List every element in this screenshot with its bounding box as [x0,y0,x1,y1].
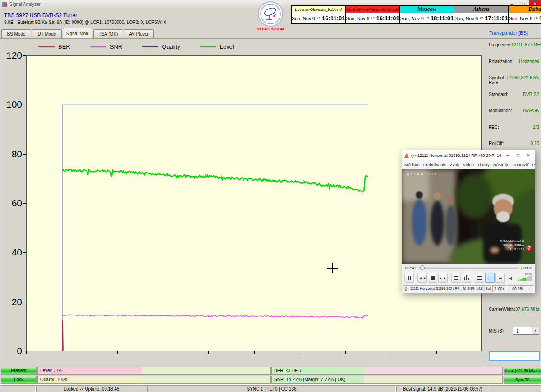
vlc-status-text: () - 12111 Horizontal 31396,922 / RF: -4… [403,285,491,292]
app-statusbar: Locked -> Uptime: 09:18:45 SYNC 1 | TEI … [0,384,541,392]
loop-icon [486,274,493,281]
y-axis-tick [23,252,26,253]
legend-line [38,46,55,47]
field-value: 37,676 MHz [515,307,540,312]
field-symbol-rate: Symbol Rate:31396,922 KS/s [486,74,541,91]
menu-tools[interactable]: Nástroje [493,162,509,167]
input-indicator: Input (~21,39 Mbps) [504,367,541,375]
satellite-dish-icon [258,1,283,27]
vlc-close-button[interactable] [524,152,532,159]
field-value: 2/3 [533,125,539,130]
equalizer-icon [464,275,469,280]
x-axis-tick [482,351,482,354]
tab-bs-mode[interactable]: BS Mode [1,29,31,38]
legend-line [200,46,216,47]
pause-button[interactable] [404,273,414,283]
tab-av-player[interactable]: AV Player [124,29,154,38]
pause-icon [410,276,411,280]
volume-control[interactable]: 66% [509,272,532,284]
menu-video[interactable]: Video [463,162,474,167]
x-axis-tick [300,351,300,354]
volume-percent: 66% [525,272,532,276]
logo-text: DXSATCS.COM [256,27,285,31]
menu-playback[interactable]: Prehrávanie [423,162,446,167]
series-snr [62,315,368,318]
tab-dt-mode[interactable]: DT Mode [32,29,62,38]
statusbar-spacer [490,385,541,392]
world-clocks: Lučenec-Slovakia_R.Dávid Berlin-Paris-Vi… [291,5,541,24]
previous-button[interactable]: ◄◄ [417,273,427,283]
y-axis-label: 0 [1,345,22,357]
snr-bar: SNR: 14,2 dB (Margin: 7,2 dB | OK) [271,376,503,384]
time-display[interactable]: 00:28/--:-- [508,285,534,292]
x-axis-tick [26,351,27,354]
tab-tsa[interactable]: TSA (OK) [93,29,123,38]
fullscreen-button[interactable] [451,273,461,283]
menu-view[interactable]: Zobraziť [513,162,528,167]
clock-name: Lučenec-Slovakia_R.Dávid [291,5,345,13]
menu-media[interactable]: Médium [404,162,420,167]
volume-slider[interactable] [515,275,532,281]
stop-button[interactable] [428,273,437,283]
clock-value: 16:11:01 [322,15,345,22]
clock-date: Sun, Nov 6 [292,16,315,21]
elapsed-time: 00:28 [405,265,416,270]
clock-time: Sun, Nov 6+217:11:01 [454,13,508,24]
caption-line: NON È L'ARENA [503,244,524,246]
playback-speed[interactable]: 1.00x [492,285,507,292]
channel-watermark: ATLANTIDE [407,172,438,176]
y-axis-tick [23,302,26,302]
crosshair-cursor [327,263,338,273]
series-quality [62,105,368,351]
field-label: RollOff: [489,141,504,146]
clock-name: Athens [454,5,508,13]
mis-dropdown[interactable]: 1 [513,327,539,335]
field-value: 12110,877 MHz [511,42,541,47]
clock-name: Berlin-Paris-Vienna-Belgrade [345,5,399,13]
vlc-maximize-button[interactable] [514,153,522,158]
statusbar-spacer [1,385,36,392]
x-axis-tick [163,351,163,354]
clock-date: Sun, Nov 6 [346,16,369,21]
mode-tabs: BS Mode DT Mode Signal Mon. TSA (OK) AV … [1,28,155,38]
seek-handle[interactable] [420,265,425,270]
x-axis-tick [72,351,72,354]
clock-time: Sun, Nov 6+419:11:01 [509,13,541,24]
x-axis-tick [208,351,209,354]
y-axis-tick [23,105,26,105]
menu-help[interactable]: Pomocník [532,162,535,167]
next-button[interactable]: ►► [438,273,448,283]
field-label: MIS (3): [489,328,505,333]
seek-bar[interactable] [418,267,518,269]
playlist-button[interactable] [475,273,484,283]
fullscreen-icon [454,276,458,280]
quality-bar: Quality: 100% [37,376,271,384]
chevron-down-icon[interactable] [532,327,539,334]
shuffle-button[interactable]: ⇄ [495,273,505,283]
clock-date: Sun, Nov 6 [454,16,478,21]
field-value: 0.20 [531,141,539,146]
y-axis-label: 60 [1,197,22,209]
menu-subtitles[interactable]: Titulky [477,162,490,167]
best-signal-status: Best signal: 14,9 dB (2022-11-06 06:57) [396,385,489,392]
legend-item-quality: Quality [142,43,180,50]
program-caption: MASSIMO GILETTI NON È L'ARENA ALLE 21.15 [500,239,524,252]
effects-button[interactable] [462,273,471,283]
y-axis-label: 120 [1,50,22,61]
vlc-menubar: Médium Prehrávanie Zvuk Video Titulky Ná… [402,160,535,169]
focused-action-button[interactable] [489,351,540,361]
caption-line: MASSIMO GILETTI [500,239,524,242]
x-axis-tick [436,351,437,354]
field-label: CarrierWidth: [489,307,515,312]
vlc-minimize-button[interactable] [504,153,512,158]
lock-indicator: Lock [1,376,37,384]
clock-name: Moscow [400,5,454,13]
loop-button[interactable] [485,273,495,283]
menu-audio[interactable]: Zvuk [450,162,459,167]
device-title: TBS 5927 USB DVB-S2 Tuner [4,12,77,18]
field-frequency: Frequency:12110,877 MHz [486,41,541,58]
vlc-video-area[interactable]: ATLANTIDE MASSIMO GILETTI NON È L'ARENA … [402,169,535,264]
tab-signal-mon[interactable]: Signal Mon. [63,28,92,38]
clock-offset: +2 [479,16,483,20]
x-axis-tick [254,351,255,354]
